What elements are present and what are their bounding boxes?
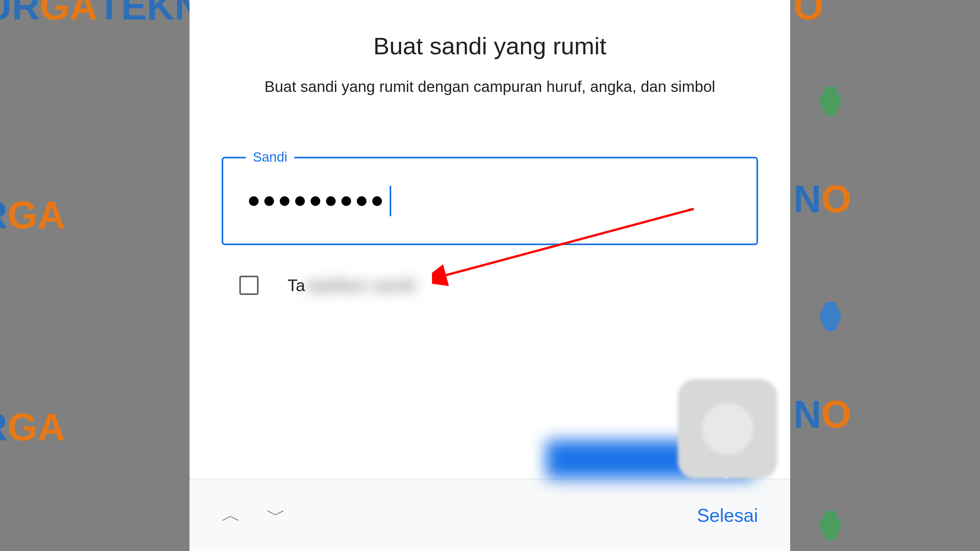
text-cursor (390, 186, 391, 216)
keyboard-next-icon[interactable]: ﹀ (267, 502, 286, 528)
keyboard-prev-icon[interactable]: ︿ (222, 502, 241, 528)
password-create-card: Buat sandi yang rumit Buat sandi yang ru… (189, 0, 790, 551)
password-dot (372, 196, 382, 206)
password-dot (342, 196, 351, 206)
show-password-label-visible: Ta (288, 276, 305, 295)
password-input[interactable] (249, 186, 391, 216)
password-dot (357, 196, 366, 206)
keyboard-done-button[interactable]: Selesai (697, 505, 758, 526)
password-dot (249, 196, 259, 206)
keyboard-accessory-bar: ︿ ﹀ Selesai (189, 479, 790, 551)
password-field-container[interactable]: Sandi (222, 157, 758, 245)
password-dot (280, 196, 290, 206)
assistive-touch-icon (702, 403, 753, 455)
show-password-row: Ta mpilkan sandi (222, 276, 758, 295)
show-password-label-blurred: mpilkan sandi (305, 276, 416, 295)
password-field-label: Sandi (246, 150, 294, 165)
keyboard-nav-arrows: ︿ ﹀ (222, 502, 286, 528)
show-password-checkbox[interactable] (239, 276, 259, 295)
password-dot (295, 196, 305, 206)
password-dot (326, 196, 336, 206)
password-dot (264, 196, 274, 206)
page-title: Buat sandi yang rumit (222, 32, 758, 60)
password-dot (310, 196, 320, 206)
page-subtitle: Buat sandi yang rumit dengan campuran hu… (222, 76, 758, 97)
assistive-touch-button[interactable] (678, 379, 777, 479)
